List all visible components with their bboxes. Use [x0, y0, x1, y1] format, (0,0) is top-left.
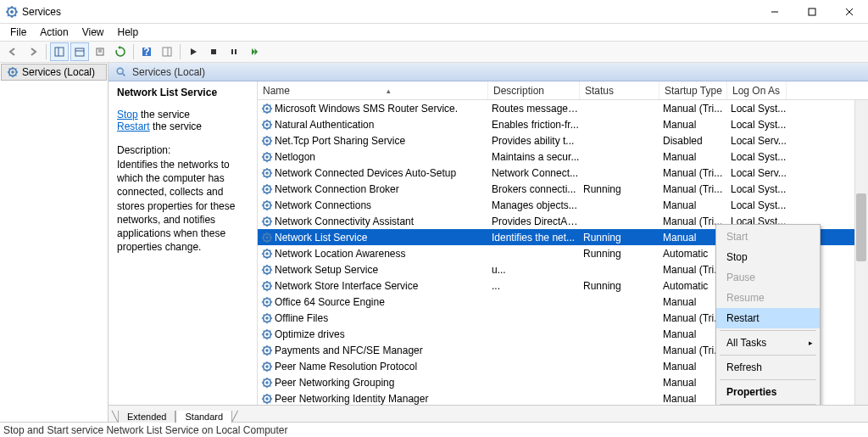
- table-row[interactable]: Network Connected Devices Auto-SetupNetw…: [258, 165, 868, 181]
- right-pane-title: Services (Local): [132, 66, 205, 78]
- tab-extended[interactable]: Extended: [118, 411, 175, 423]
- submenu-arrow-icon: ▸: [809, 339, 813, 347]
- service-icon: [261, 393, 273, 405]
- service-startup-cell: Manual (Tri...: [659, 103, 727, 115]
- restart-service-link[interactable]: Restart: [117, 120, 150, 132]
- detail-service-name: Network List Service: [117, 87, 248, 98]
- service-desc-cell: Manages objects...: [488, 199, 580, 211]
- service-status-cell: Running: [580, 183, 659, 195]
- context-menu: Start Stop Pause Resume Restart All Task…: [715, 224, 821, 405]
- table-row[interactable]: Network Connection BrokerBrokers connect…: [258, 181, 868, 197]
- pause-service-button[interactable]: [225, 42, 243, 61]
- service-logon-cell: Local Syst...: [727, 199, 787, 211]
- status-text: Stop and Start service Network List Serv…: [3, 424, 287, 436]
- service-name-cell: Payments and NFC/SE Manager: [275, 345, 423, 356]
- service-icon: [261, 151, 273, 163]
- service-logon-cell: Local Syst...: [727, 119, 787, 131]
- service-name-cell: Network Connections: [275, 199, 371, 211]
- tab-bar: ╲ Extended Standard ╱: [108, 405, 868, 422]
- properties-button[interactable]: [70, 42, 89, 61]
- show-hide-action-button[interactable]: [158, 42, 176, 61]
- service-name-cell: Microsoft Windows SMS Router Service.: [275, 103, 458, 115]
- service-name-cell: Network List Service: [275, 232, 367, 244]
- service-name-cell: Network Setup Service: [275, 264, 378, 276]
- service-name-cell: Offline Files: [275, 312, 328, 324]
- table-row[interactable]: NetlogonMaintains a secur...ManualLocal …: [258, 148, 868, 165]
- menubar: File Action View Help: [0, 24, 868, 41]
- stop-service-button[interactable]: [204, 42, 223, 61]
- service-icon: [261, 216, 273, 227]
- table-row[interactable]: Net.Tcp Port Sharing ServiceProvides abi…: [258, 132, 868, 148]
- minimize-button[interactable]: [756, 0, 793, 24]
- ctx-refresh[interactable]: Refresh: [716, 357, 820, 378]
- service-desc-cell: Identifies the net...: [488, 232, 580, 244]
- column-log-on-as[interactable]: Log On As: [727, 81, 787, 99]
- svg-text:?: ?: [143, 46, 149, 58]
- restart-service-button[interactable]: [245, 42, 264, 61]
- restart-suffix: the service: [150, 120, 202, 132]
- forward-button[interactable]: [24, 42, 42, 61]
- service-name-cell: Network Location Awareness: [275, 248, 406, 260]
- service-icon: [261, 248, 273, 260]
- ctx-stop[interactable]: Stop: [716, 247, 820, 267]
- help-button[interactable]: ?: [137, 42, 156, 61]
- service-name-cell: Optimize drives: [275, 328, 345, 340]
- start-service-button[interactable]: [184, 42, 203, 61]
- service-icon: [261, 119, 273, 131]
- service-logon-cell: Local Serv...: [727, 167, 787, 179]
- show-hide-tree-button[interactable]: [50, 42, 69, 61]
- title-bar: Services: [0, 0, 868, 24]
- service-desc-cell: Provides ability t...: [488, 135, 580, 147]
- service-logon-cell: Local Serv...: [727, 135, 787, 147]
- tree-root-item[interactable]: Services (Local): [1, 64, 107, 81]
- service-status-cell: Running: [580, 280, 659, 292]
- service-desc-cell: Brokers connecti...: [488, 183, 580, 195]
- close-button[interactable]: [831, 0, 868, 24]
- stop-service-link[interactable]: Stop: [117, 109, 138, 120]
- status-bar: Stop and Start service Network List Serv…: [0, 422, 868, 437]
- refresh-button[interactable]: [111, 42, 130, 61]
- service-desc-cell: Maintains a secur...: [488, 151, 580, 163]
- service-name-cell: Natural Authentication: [275, 119, 374, 131]
- back-button[interactable]: [3, 42, 22, 61]
- ctx-start: Start: [716, 227, 820, 247]
- ctx-all-tasks[interactable]: All Tasks▸: [716, 333, 820, 353]
- service-icon: [261, 280, 273, 292]
- svg-rect-10: [75, 48, 84, 56]
- service-startup-cell: Manual: [659, 199, 727, 211]
- service-name-cell: Peer Networking Grouping: [275, 377, 394, 389]
- scrollbar-track[interactable]: [854, 100, 868, 405]
- tab-standard[interactable]: Standard: [175, 411, 232, 423]
- menu-help[interactable]: Help: [111, 25, 146, 40]
- table-row[interactable]: Natural AuthenticationEnables friction-f…: [258, 116, 868, 132]
- stop-suffix: the service: [138, 109, 190, 120]
- service-icon: [261, 167, 273, 179]
- table-row[interactable]: Microsoft Windows SMS Router Service.Rou…: [258, 100, 868, 116]
- ctx-restart[interactable]: Restart: [716, 308, 820, 328]
- service-icon: [261, 377, 273, 389]
- service-name-cell: Network Connection Broker: [275, 183, 399, 195]
- tree-root-label: Services (Local): [22, 66, 95, 78]
- menu-file[interactable]: File: [3, 25, 33, 40]
- export-button[interactable]: [91, 42, 109, 61]
- column-startup-type[interactable]: Startup Type: [659, 81, 727, 99]
- service-desc-cell: u...: [488, 264, 580, 276]
- column-name[interactable]: Name▴: [258, 81, 488, 99]
- svg-rect-20: [231, 49, 233, 54]
- service-icon: [261, 345, 273, 356]
- menu-action[interactable]: Action: [33, 25, 75, 40]
- menu-view[interactable]: View: [75, 25, 111, 40]
- service-icon: [261, 183, 273, 195]
- table-row[interactable]: Network ConnectionsManages objects...Man…: [258, 197, 868, 213]
- maximize-button[interactable]: [793, 0, 831, 24]
- column-description[interactable]: Description: [488, 81, 580, 99]
- toolbar: ?: [0, 41, 868, 63]
- service-logon-cell: Local Syst...: [727, 103, 787, 115]
- service-icon: [261, 199, 273, 211]
- description-label: Description:: [117, 144, 248, 156]
- service-logon-cell: Local Syst...: [727, 183, 787, 195]
- scrollbar-thumb[interactable]: [856, 193, 866, 261]
- service-icon: [261, 264, 273, 276]
- ctx-properties[interactable]: Properties: [716, 382, 820, 402]
- column-status[interactable]: Status: [580, 81, 659, 99]
